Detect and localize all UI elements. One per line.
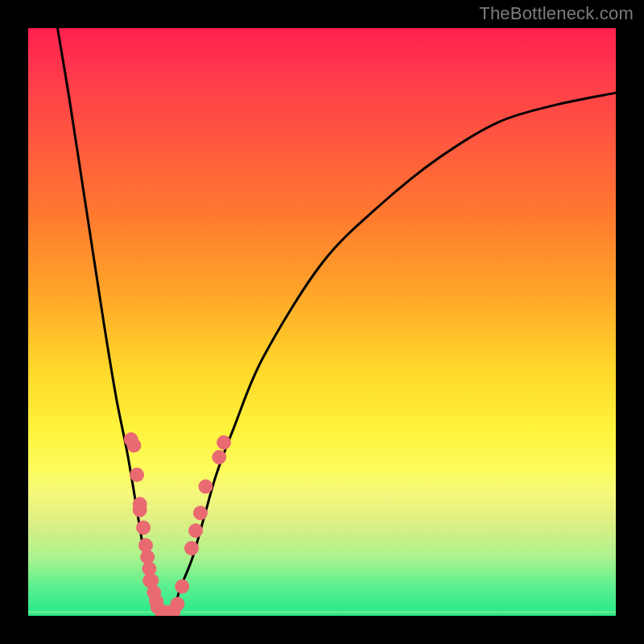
data-point-marker (213, 450, 226, 464)
bottleneck-curve-svg (28, 28, 616, 616)
data-point-marker (133, 503, 147, 517)
chart-frame: TheBottleneck.com (0, 0, 644, 644)
data-point-marker (145, 574, 159, 588)
data-point-marker (171, 597, 184, 611)
plot-area (28, 28, 616, 616)
data-point-marker (199, 480, 213, 493)
data-point-marker (137, 521, 151, 535)
data-point-marker (127, 439, 141, 452)
data-point-marker (175, 580, 189, 593)
data-point-marker (130, 468, 144, 481)
data-point-marker (184, 542, 198, 555)
data-point-marker (189, 524, 203, 538)
watermark-text: TheBottleneck.com (479, 3, 634, 24)
data-point-marker (217, 436, 231, 449)
data-point-marker (193, 506, 207, 520)
